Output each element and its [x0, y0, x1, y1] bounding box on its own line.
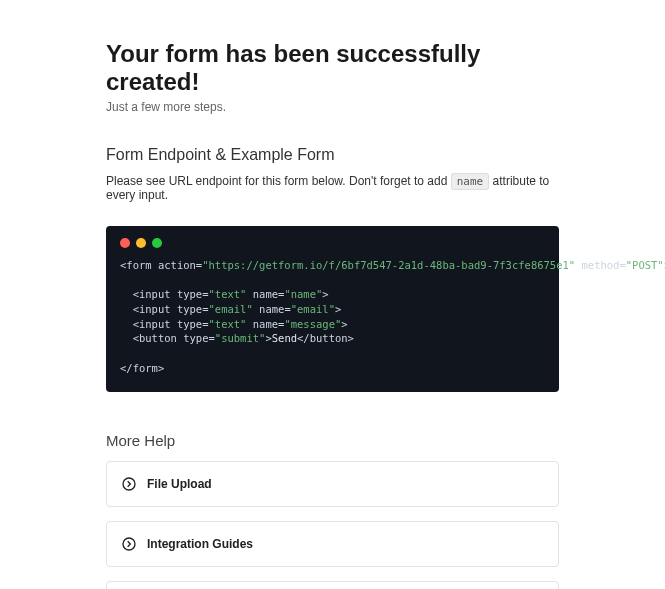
code-token: name= [253, 303, 291, 315]
code-content: <form action="https://getform.io/f/6bf7d… [106, 258, 559, 376]
code-token: <form action= [120, 259, 202, 271]
code-block: <form action="https://getform.io/f/6bf7d… [106, 226, 559, 392]
code-token: Send [272, 332, 297, 344]
code-token: > [341, 318, 347, 330]
help-card-using-ajax[interactable]: Using Ajax [106, 581, 559, 590]
code-url: "https://getform.io/f/6bf7d547-2a1d-48ba… [202, 259, 575, 271]
code-token: "email" [291, 303, 335, 315]
traffic-light-green-icon [152, 238, 162, 248]
code-token: <button type= [120, 332, 215, 344]
code-token: "text" [209, 288, 247, 300]
code-token: </button> [297, 332, 354, 344]
code-token: "name" [284, 288, 322, 300]
code-token: method= [575, 259, 626, 271]
description-text-pre: Please see URL endpoint for this form be… [106, 174, 451, 188]
chevron-circle-icon [121, 476, 137, 492]
code-token: </form> [120, 362, 164, 374]
code-token: <input type= [120, 288, 209, 300]
traffic-light-red-icon [120, 238, 130, 248]
code-token: "message" [284, 318, 341, 330]
svg-point-0 [123, 478, 135, 490]
traffic-light-yellow-icon [136, 238, 146, 248]
code-token: "email" [209, 303, 253, 315]
endpoint-description: Please see URL endpoint for this form be… [106, 174, 559, 202]
code-token: "text" [209, 318, 247, 330]
help-card-label: File Upload [147, 477, 212, 491]
help-card-file-upload[interactable]: File Upload [106, 461, 559, 507]
code-token: name= [246, 318, 284, 330]
code-token: <input type= [120, 318, 209, 330]
code-token: "POST" [626, 259, 664, 271]
code-token: name= [246, 288, 284, 300]
more-help-heading: More Help [106, 432, 559, 449]
code-token: "submit" [215, 332, 266, 344]
page-title: Your form has been successfully created! [106, 40, 559, 96]
svg-point-1 [123, 538, 135, 550]
code-token: > [322, 288, 328, 300]
code-token: > [335, 303, 341, 315]
code-token: <input type= [120, 303, 209, 315]
chevron-circle-icon [121, 536, 137, 552]
help-card-label: Integration Guides [147, 537, 253, 551]
endpoint-heading: Form Endpoint & Example Form [106, 146, 559, 164]
window-traffic-lights [106, 238, 559, 258]
help-card-integration-guides[interactable]: Integration Guides [106, 521, 559, 567]
name-attribute-chip: name [451, 173, 490, 190]
page-subtitle: Just a few more steps. [106, 100, 559, 114]
